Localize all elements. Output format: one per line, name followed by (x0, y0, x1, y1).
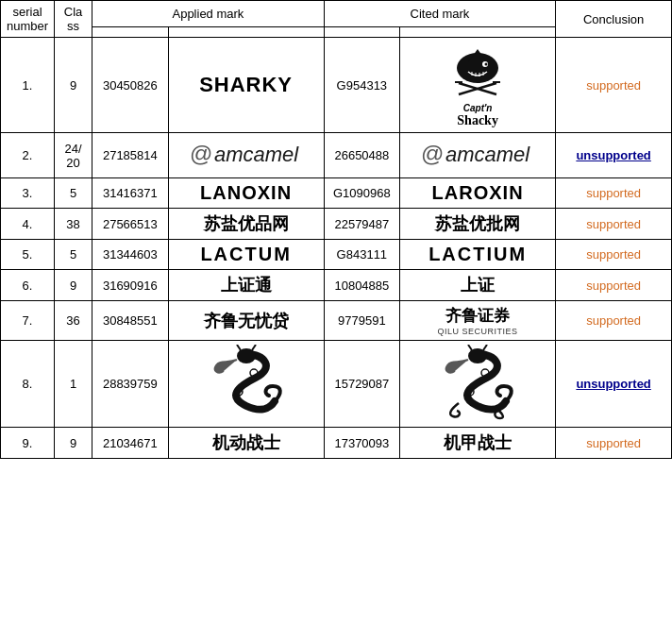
header-cite-num (324, 27, 399, 38)
appmark-4: 苏盐优品网 (168, 209, 324, 240)
appnum-7: 30848551 (92, 301, 168, 341)
serial-8: 8. (1, 341, 55, 428)
appnum-9: 21034671 (92, 428, 168, 459)
svg-text:amcamel: amcamel (214, 143, 299, 166)
citemark-8 (400, 341, 556, 428)
svg-line-22 (468, 345, 472, 350)
citemark-1: Capt'n Shacky (400, 38, 556, 133)
appmark-1: SHARKY (168, 38, 324, 133)
svg-point-3 (485, 63, 488, 66)
citemark-2: @ amcamel (400, 133, 556, 178)
citenum-7: 9779591 (324, 301, 399, 341)
sharky-logo-icon (440, 42, 515, 103)
appmark-6: 上证通 (168, 270, 324, 301)
table-row: 6. 9 31690916 上证通 10804885 上证 supported (1, 270, 672, 301)
header-applied-mark: Applied mark (92, 1, 325, 27)
serial-4: 4. (1, 209, 55, 240)
conclusion-5: supported (556, 240, 672, 270)
table-row: 7. 36 30848551 齐鲁无忧贷 9779591 齐鲁证券 QILU S… (1, 301, 672, 341)
header-conclusion: Conclusion (556, 1, 672, 38)
svg-text:@: @ (190, 141, 212, 166)
svg-text:@: @ (421, 141, 444, 166)
conclusion-8: unsupported (556, 341, 672, 428)
table-row: 3. 5 31416371 LANOXIN G1090968 LAROXIN s… (1, 178, 672, 209)
class-9: 9 (55, 428, 92, 459)
svg-text:amcamel: amcamel (445, 143, 530, 166)
svg-line-18 (252, 345, 256, 350)
dragon-cite-icon (430, 345, 525, 420)
citemark-7: 齐鲁证券 QILU SECURITIES (400, 301, 556, 341)
serial-1: 1. (1, 38, 55, 133)
citenum-2: 26650488 (324, 133, 399, 178)
class-1: 9 (55, 38, 92, 133)
table-row: 5. 5 31344603 LACTUM G843111 LACTIUM sup… (1, 240, 672, 270)
class-7: 36 (55, 301, 92, 341)
appnum-1: 30450826 (92, 38, 168, 133)
citemark-6: 上证 (400, 270, 556, 301)
appnum-3: 31416371 (92, 178, 168, 209)
appnum-2: 27185814 (92, 133, 168, 178)
class-6: 9 (55, 270, 92, 301)
conclusion-4: supported (556, 209, 672, 240)
serial-3: 3. (1, 178, 55, 209)
class-2: 24/20 (55, 133, 92, 178)
appmark-7: 齐鲁无忧贷 (168, 301, 324, 341)
table-row: 2. 24/20 27185814 @ amcamel 26650488 @ a… (1, 133, 672, 178)
citenum-6: 10804885 (324, 270, 399, 301)
citemark-9: 机甲战士 (400, 428, 556, 459)
conclusion-9: supported (556, 428, 672, 459)
svg-point-21 (468, 348, 487, 363)
class-8: 1 (55, 341, 92, 428)
svg-line-17 (237, 345, 241, 350)
appmark-9: 机动战士 (168, 428, 324, 459)
citenum-3: G1090968 (324, 178, 399, 209)
header-app-mark (168, 27, 324, 38)
citenum-8: 15729087 (324, 341, 399, 428)
amcamel-app-icon: @ amcamel (190, 137, 303, 171)
appnum-4: 27566513 (92, 209, 168, 240)
appmark-8 (168, 341, 324, 428)
serial-7: 7. (1, 301, 55, 341)
amcamel-cite-icon: @ amcamel (421, 137, 534, 171)
conclusion-3: supported (556, 178, 672, 209)
citenum-1: G954313 (324, 38, 399, 133)
citenum-5: G843111 (324, 240, 399, 270)
dragon-app-icon (199, 345, 294, 420)
serial-9: 9. (1, 428, 55, 459)
header-serial: serialnumber (1, 1, 55, 38)
header-cited-mark: Cited mark (324, 1, 556, 27)
header-class: Class (55, 1, 92, 38)
appnum-6: 31690916 (92, 270, 168, 301)
citemark-5: LACTIUM (400, 240, 556, 270)
serial-2: 2. (1, 133, 55, 178)
table-header: serialnumber Class Applied mark Cited ma… (1, 1, 672, 27)
citemark-4: 苏盐优批网 (400, 209, 556, 240)
appnum-8: 28839759 (92, 341, 168, 428)
appmark-2: @ amcamel (168, 133, 324, 178)
citenum-9: 17370093 (324, 428, 399, 459)
header-cite-mark (400, 27, 556, 38)
serial-6: 6. (1, 270, 55, 301)
table-row: 4. 38 27566513 苏盐优品网 22579487 苏盐优批网 supp… (1, 209, 672, 240)
table-row: 9. 9 21034671 机动战士 17370093 机甲战士 support… (1, 428, 672, 459)
table-row: 1. 9 30450826 SHARKY G954313 (1, 38, 672, 133)
conclusion-7: supported (556, 301, 672, 341)
table-row: 8. 1 28839759 (1, 341, 672, 428)
class-3: 5 (55, 178, 92, 209)
class-4: 38 (55, 209, 92, 240)
citenum-4: 22579487 (324, 209, 399, 240)
appmark-3: LANOXIN (168, 178, 324, 209)
appnum-5: 31344603 (92, 240, 168, 270)
conclusion-2: unsupported (556, 133, 672, 178)
appmark-5: LACTUM (168, 240, 324, 270)
serial-5: 5. (1, 240, 55, 270)
conclusion-1: supported (556, 38, 672, 133)
conclusion-6: supported (556, 270, 672, 301)
class-5: 5 (55, 240, 92, 270)
svg-line-23 (483, 345, 487, 350)
header-app-num (92, 27, 168, 38)
svg-point-16 (237, 348, 256, 363)
trademark-table: serialnumber Class Applied mark Cited ma… (0, 0, 672, 459)
citemark-3: LAROXIN (400, 178, 556, 209)
